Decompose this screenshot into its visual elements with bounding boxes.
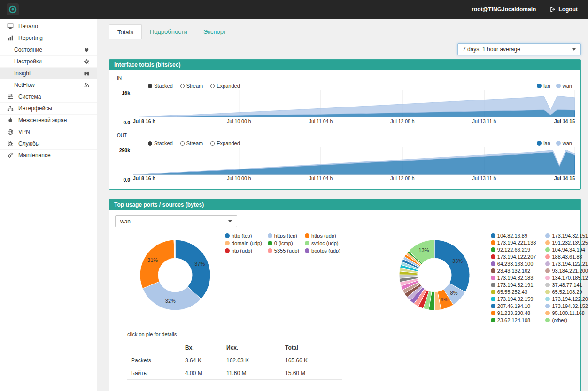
legend-label: 173.194.122.215 — [552, 261, 588, 267]
legend-item[interactable]: 0 (icmp) — [268, 240, 299, 246]
legend-item[interactable]: 64.233.163.100 — [491, 261, 536, 267]
legend-label: 91.233.230.48 — [497, 310, 530, 316]
legend-item[interactable]: http (tcp) — [225, 233, 262, 238]
stacked-area-chart[interactable] — [133, 147, 575, 175]
chevron-down-icon — [228, 220, 232, 222]
legend-item[interactable]: 104.82.16.89 — [491, 233, 536, 238]
sign-out-icon — [550, 7, 556, 12]
legend-item[interactable]: 173.194.32.183 — [491, 275, 536, 281]
legend-item[interactable]: 173.194.32.191 — [491, 282, 536, 288]
legend-item[interactable]: 23.43.132.162 — [491, 268, 536, 274]
legend-label: 173.194.32.152 — [552, 303, 588, 309]
legend-item[interactable]: 65.55.252.43 — [491, 289, 536, 295]
table-cell: 15.60 M — [281, 367, 342, 380]
series-legend-item[interactable]: wan — [556, 140, 572, 146]
legend-label: 173.194.122.201 — [552, 296, 588, 302]
chart-mode-radio[interactable]: Stream — [180, 140, 203, 146]
legend-swatch — [545, 283, 550, 287]
legend-item[interactable]: svrloc (udp) — [305, 240, 340, 246]
chart-mode-radio[interactable]: Expanded — [210, 83, 240, 89]
sidebar-item-insight[interactable]: Insight — [0, 68, 97, 79]
legend-item[interactable]: 173.194.122.215 — [545, 261, 588, 267]
tab-totals[interactable]: Totals — [109, 24, 142, 39]
period-select[interactable]: 7 days, 1 hour average — [457, 43, 581, 55]
legend-item[interactable]: 173.194.32.151 — [545, 233, 588, 238]
table-header: Total — [281, 342, 342, 354]
y-axis-max-label: 16k — [122, 90, 130, 96]
legend-item[interactable]: 37.48.77.141 — [545, 282, 588, 288]
legend-swatch — [268, 233, 272, 238]
series-legend-item[interactable]: lan — [537, 140, 550, 146]
x-axis-label: Jul 13 11 h — [472, 118, 496, 124]
sidebar-item-maintenance[interactable]: Maintenance — [0, 150, 97, 161]
legend-swatch — [556, 84, 561, 88]
x-axis-label: Jul 12 08 h — [390, 118, 414, 124]
legend-label: 104.82.16.89 — [497, 233, 527, 238]
legend-swatch — [225, 248, 230, 253]
legend-item[interactable]: https (tcp) — [268, 233, 299, 238]
stacked-area-chart[interactable] — [133, 90, 575, 117]
legend-item[interactable]: 173.194.32.159 — [491, 296, 536, 302]
legend-label: 23.62.124.108 — [497, 317, 530, 323]
series-legend-item[interactable]: wan — [556, 83, 572, 89]
legend-item[interactable]: 173.194.122.207 — [491, 254, 536, 260]
legend-label: 104.94.34.194 — [552, 247, 585, 253]
legend-item[interactable]: 23.62.124.108 — [491, 317, 536, 323]
sidebar-item-services[interactable]: Службы — [0, 138, 97, 150]
sidebar-item-settings[interactable]: Настройки — [0, 56, 97, 68]
x-axis-label: Jul 10 00 h — [227, 176, 251, 181]
legend-item[interactable]: 95.100.11.168 — [545, 310, 588, 316]
sitemap-icon — [7, 105, 14, 112]
tab-export[interactable]: Экспорт — [195, 24, 234, 39]
globe-icon — [7, 129, 14, 135]
sources-pie[interactable]: 33%8%6%13% — [397, 238, 472, 313]
legend-item[interactable]: 173.194.221.138 — [491, 240, 536, 245]
legend-item[interactable]: 207.46.194.10 — [491, 303, 536, 309]
svg-text:33%: 33% — [452, 258, 463, 264]
legend-item[interactable]: 91.233.230.48 — [491, 310, 536, 316]
legend-item[interactable]: https (udp) — [305, 233, 340, 238]
interface-select[interactable]: wan — [115, 215, 237, 227]
sidebar-item-firewall[interactable]: Межсетевой экран — [0, 115, 97, 126]
legend-item[interactable]: domain (udp) — [225, 240, 262, 246]
sidebar-item-label: Начало — [18, 23, 38, 30]
legend-item[interactable]: 92.122.66.219 — [491, 247, 536, 253]
svg-text:6%: 6% — [441, 297, 448, 302]
chart-mode-radio[interactable]: Stacked — [148, 140, 173, 146]
legend-item[interactable]: 173.194.122.201 — [545, 296, 588, 302]
sidebar-item-home[interactable]: Начало — [0, 21, 97, 32]
legend-item[interactable]: 134.170.185.125 — [545, 275, 588, 281]
legend-label: 65.55.252.43 — [497, 289, 527, 295]
sidebar-item-netflow[interactable]: NetFlow — [0, 79, 97, 91]
legend-label: http (tcp) — [232, 233, 252, 238]
legend-swatch — [545, 311, 550, 315]
table-header: Вх. — [181, 342, 223, 354]
sidebar-item-status[interactable]: Состояние — [0, 44, 97, 56]
legend-item[interactable]: 5355 (udp) — [268, 248, 299, 253]
legend-item[interactable]: 191.232.139.254 — [545, 240, 588, 245]
legend-item[interactable]: 93.184.221.200 — [545, 268, 588, 274]
legend-item[interactable]: ntp (udp) — [225, 248, 262, 253]
chart-mode-radio[interactable]: Stacked — [148, 83, 173, 89]
legend-item[interactable]: (other) — [545, 317, 588, 323]
legend-item[interactable]: 173.194.32.152 — [545, 303, 588, 309]
sidebar-item-system[interactable]: Система — [0, 91, 97, 103]
ports-pie[interactable]: 37%32%31% — [138, 238, 213, 313]
logout-button[interactable]: Logout — [546, 3, 581, 15]
x-axis-label: Jul 8 16 h — [133, 176, 155, 181]
legend-item[interactable]: 65.52.108.29 — [545, 289, 588, 295]
sidebar-item-reporting[interactable]: Reporting — [0, 32, 97, 44]
svg-text:31%: 31% — [147, 257, 158, 263]
legend-item[interactable]: 104.94.34.194 — [545, 247, 588, 253]
tab-details[interactable]: Подробности — [142, 24, 195, 39]
chart-mode-radio[interactable]: Stream — [180, 83, 203, 89]
app-logo[interactable] — [7, 3, 19, 15]
sidebar-item-interfaces[interactable]: Интерфейсы — [0, 103, 97, 115]
series-legend-item[interactable]: lan — [537, 83, 550, 89]
chart-mode-radio[interactable]: Expanded — [210, 140, 240, 146]
ports-legend: http (tcp)https (tcp)https (udp)domain (… — [225, 233, 340, 253]
legend-item[interactable]: 188.43.61.83 — [545, 254, 588, 260]
sidebar-item-vpn[interactable]: VPN — [0, 126, 97, 138]
legend-item[interactable]: bootps (udp) — [305, 248, 340, 253]
table-cell: 162.03 K — [223, 354, 281, 367]
